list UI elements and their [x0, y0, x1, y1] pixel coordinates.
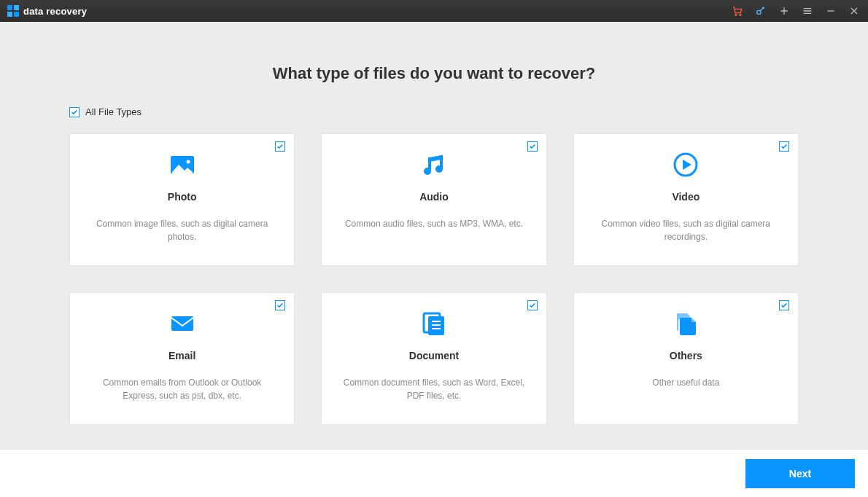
app-logo-icon	[7, 5, 19, 17]
footer: Next	[0, 449, 868, 497]
image-icon	[168, 150, 197, 179]
svg-point-9	[424, 168, 431, 175]
all-types-checkbox[interactable]	[69, 107, 80, 117]
page-title: What type of files do you want to recove…	[273, 64, 596, 83]
cart-icon[interactable]	[731, 4, 744, 17]
card-checkbox[interactable]	[779, 300, 789, 310]
card-checkbox[interactable]	[527, 300, 538, 310]
all-types-row: All File Types	[69, 106, 799, 117]
card-audio[interactable]: Audio Common audio files, such as MP3, W…	[321, 133, 546, 266]
card-checkbox[interactable]	[275, 300, 285, 310]
plus-icon[interactable]	[778, 4, 791, 17]
card-document[interactable]: Document Common document files, such as …	[321, 292, 546, 425]
svg-rect-0	[7, 5, 12, 10]
next-button[interactable]: Next	[745, 459, 855, 488]
svg-rect-2	[7, 12, 12, 17]
card-title: Audio	[419, 191, 449, 203]
card-desc: Common document files, such as Word, Exc…	[338, 376, 530, 402]
card-title: Others	[670, 350, 702, 361]
svg-rect-3	[14, 12, 19, 17]
svg-rect-12	[171, 316, 193, 331]
card-title: Email	[168, 350, 195, 361]
titlebar: data recovery	[0, 0, 868, 22]
titlebar-actions	[731, 4, 861, 17]
svg-point-8	[186, 160, 190, 164]
card-email[interactable]: Email Common emails from Outlook or Outl…	[69, 292, 295, 425]
close-icon[interactable]	[848, 4, 861, 17]
app-title: data recovery	[23, 6, 87, 17]
card-others[interactable]: Others Other useful data	[573, 292, 799, 425]
card-checkbox[interactable]	[527, 141, 538, 152]
card-desc: Other useful data	[652, 376, 719, 389]
document-icon	[419, 309, 449, 338]
card-grid: Photo Common image files, such as digita…	[69, 133, 799, 425]
card-checkbox[interactable]	[275, 141, 285, 152]
card-title: Video	[672, 191, 700, 203]
app-logo: data recovery	[7, 5, 87, 17]
card-video[interactable]: Video Common video files, such as digita…	[573, 133, 799, 266]
files-icon	[671, 309, 700, 338]
svg-point-6	[757, 10, 761, 14]
card-desc: Common audio files, such as MP3, WMA, et…	[345, 217, 523, 230]
menu-icon[interactable]	[801, 4, 814, 17]
play-circle-icon	[671, 150, 700, 179]
key-icon[interactable]	[754, 4, 767, 17]
svg-point-5	[740, 14, 741, 15]
svg-rect-1	[14, 5, 19, 10]
card-photo[interactable]: Photo Common image files, such as digita…	[69, 133, 295, 266]
mail-icon	[168, 309, 197, 338]
svg-point-4	[735, 14, 737, 15]
card-checkbox[interactable]	[779, 141, 789, 152]
music-icon	[419, 150, 449, 179]
main-panel: What type of files do you want to recove…	[0, 22, 868, 449]
svg-point-10	[435, 165, 443, 173]
card-title: Document	[409, 350, 459, 361]
card-desc: Common image files, such as digital came…	[86, 217, 278, 243]
card-desc: Common emails from Outlook or Outlook Ex…	[86, 376, 278, 402]
all-types-label: All File Types	[85, 106, 142, 117]
card-title: Photo	[168, 191, 197, 203]
minimize-icon[interactable]	[824, 4, 837, 17]
card-desc: Common video files, such as digital came…	[590, 217, 782, 243]
